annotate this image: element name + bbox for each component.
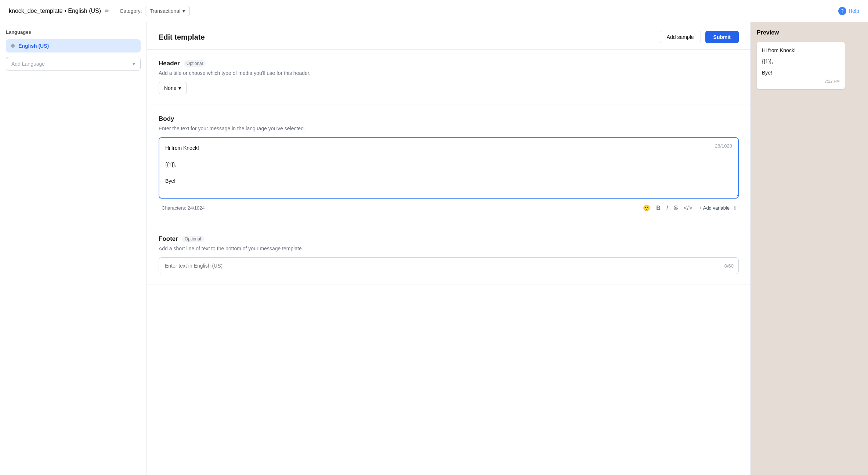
footer-char-count: 0/60: [724, 263, 734, 269]
content-area: Edit template Add sample Submit Header O…: [147, 22, 751, 475]
category-label: Category:: [120, 8, 142, 14]
body-section-title: Body: [159, 115, 174, 123]
add-variable-button[interactable]: + Add variable: [696, 204, 733, 212]
add-sample-button[interactable]: Add sample: [660, 31, 701, 43]
footer-optional-badge: Optional: [182, 236, 204, 242]
footer-input-wrapper: 0/60: [159, 257, 739, 274]
body-textarea-wrapper: Hi from Knock! {{1}}, Bye! 28/1028: [159, 137, 739, 199]
footer-section: Footer Optional Add a short line of text…: [147, 225, 751, 285]
chevron-down-icon: ▾: [178, 85, 181, 91]
category-select[interactable]: Transactional ▾: [145, 6, 190, 16]
footer-description: Add a short line of text to the bottom o…: [159, 246, 739, 251]
preview-title: Preview: [757, 29, 862, 36]
header-section: Header Optional Add a title or choose wh…: [147, 50, 751, 105]
bold-button[interactable]: B: [654, 203, 663, 213]
sidebar-heading: Languages: [6, 29, 141, 35]
help-icon: ?: [838, 7, 846, 15]
body-textarea[interactable]: Hi from Knock! {{1}}, Bye!: [159, 138, 738, 197]
language-name: English (US): [18, 43, 49, 49]
help-link[interactable]: ? Help: [838, 7, 859, 15]
add-variable-label: Add variable: [703, 205, 730, 211]
emoji-button[interactable]: 🙂: [641, 203, 652, 213]
edit-template-title: Edit template: [159, 33, 205, 41]
top-nav: knock_doc_template • English (US) ✏ Cate…: [0, 0, 868, 22]
help-label: Help: [849, 8, 859, 14]
preview-line3: Bye!: [762, 69, 840, 77]
chevron-down-icon: ▾: [182, 8, 185, 14]
category-value: Transactional: [150, 8, 181, 14]
code-button[interactable]: </>: [681, 203, 694, 213]
header-section-title: Header: [159, 60, 180, 67]
footer-input[interactable]: [159, 257, 739, 274]
category-container: Category: Transactional ▾: [120, 6, 190, 16]
preview-bubble: Hi from Knock! {{1}}, Bye! 7:22 PM: [757, 42, 845, 89]
chevron-down-icon: ▾: [133, 61, 135, 67]
language-dot-icon: [11, 44, 15, 48]
preview-line1: Hi from Knock!: [762, 46, 840, 54]
header-title-row: Header Optional: [159, 60, 739, 67]
sidebar-item-english-us[interactable]: English (US): [6, 39, 141, 52]
page-title: knock_doc_template • English (US): [9, 8, 101, 14]
main-layout: Languages English (US) Add Language ▾ Ed…: [0, 22, 868, 475]
footer-title-row: Footer Optional: [159, 235, 739, 243]
sidebar: Languages English (US) Add Language ▾: [0, 22, 147, 475]
body-section: Body Enter the text for your message in …: [147, 105, 751, 225]
add-language-select[interactable]: Add Language ▾: [6, 57, 141, 71]
edit-actions: Add sample Submit: [660, 31, 739, 43]
header-type-select[interactable]: None ▾: [159, 82, 187, 94]
preview-line2: {{1}},: [762, 57, 840, 65]
body-char-count: Characters: 24/1024: [162, 205, 205, 211]
italic-button[interactable]: I: [664, 203, 670, 213]
header-optional-badge: Optional: [184, 60, 206, 67]
strikethrough-button[interactable]: S: [672, 203, 680, 213]
edit-template-header: Edit template Add sample Submit: [147, 22, 751, 50]
body-title-row: Body: [159, 115, 739, 123]
submit-button[interactable]: Submit: [705, 31, 739, 43]
plus-icon: +: [699, 205, 702, 211]
none-label: None: [164, 85, 176, 91]
body-toolbar: Characters: 24/1024 🙂 B I S </> + Add va…: [159, 202, 739, 214]
preview-panel: Preview Hi from Knock! {{1}}, Bye! 7:22 …: [751, 22, 868, 475]
preview-bubble-time: 7:22 PM: [762, 78, 840, 85]
footer-section-title: Footer: [159, 235, 178, 243]
body-description: Enter the text for your message in the l…: [159, 126, 739, 131]
edit-icon[interactable]: ✏: [105, 7, 109, 14]
header-description: Add a title or choose which type of medi…: [159, 70, 739, 76]
info-icon[interactable]: ℹ: [734, 205, 736, 211]
add-language-placeholder: Add Language: [11, 61, 45, 67]
